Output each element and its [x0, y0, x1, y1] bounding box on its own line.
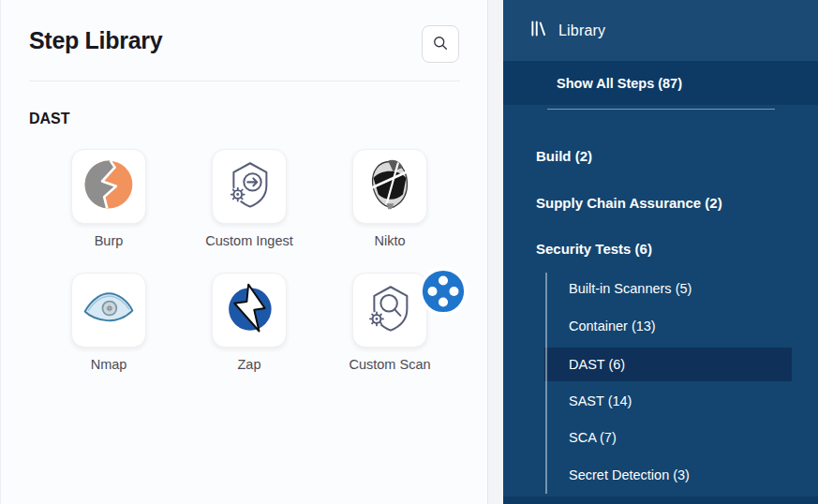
step-library-panel: Step Library DAST	[0, 0, 488, 504]
custom-scan-icon	[364, 282, 416, 338]
sidebar-title: Library	[558, 22, 605, 39]
sidebar-item-secret-detection[interactable]: Secret Detection (3)	[544, 458, 792, 492]
sidebar-bottom-strip	[503, 497, 818, 504]
search-icon	[431, 34, 450, 55]
custom-ingest-icon	[223, 158, 275, 215]
zap-icon	[223, 282, 275, 338]
sidebar-item-sca[interactable]: SCA (7)	[544, 421, 792, 454]
tool-card-nikto[interactable]: Nikto	[320, 149, 460, 248]
nmap-icon	[82, 282, 135, 338]
library-sidebar: Library Show All Steps (87) Build (2) Su…	[503, 0, 818, 504]
sidebar-item-container[interactable]: Container (13)	[544, 309, 792, 343]
sidebar-item-dast-selected[interactable]: DAST (6)	[544, 348, 792, 381]
tool-label: Custom Ingest	[205, 233, 293, 248]
tool-label: Zap	[238, 357, 261, 372]
tool-label: Nikto	[374, 233, 405, 248]
show-all-steps-label: Show All Steps (87)	[557, 76, 682, 91]
tool-card-custom-ingest[interactable]: Custom Ingest	[179, 149, 320, 248]
nikto-icon	[364, 158, 416, 215]
sidebar-item-supply-chain-assurance[interactable]: Supply Chain Assurance (2)	[536, 188, 722, 217]
sidebar-item-sast[interactable]: SAST (14)	[544, 384, 792, 418]
burp-icon	[82, 158, 135, 215]
tool-card-zap[interactable]: Zap	[179, 273, 320, 372]
page-title: Step Library	[29, 27, 162, 54]
sidebar-divider	[547, 109, 775, 110]
tool-grid: Burp	[38, 149, 462, 372]
subnav-tree-line	[545, 273, 547, 494]
tool-label: Nmap	[91, 357, 127, 372]
library-icon	[528, 19, 548, 42]
tool-label: Custom Scan	[349, 357, 430, 372]
header-divider	[29, 81, 460, 82]
tool-card-nmap[interactable]: Nmap	[38, 273, 179, 372]
show-all-steps-link[interactable]: Show All Steps (87)	[503, 61, 818, 105]
tool-card-burp[interactable]: Burp	[38, 149, 179, 248]
sidebar-item-build[interactable]: Build (2)	[536, 141, 592, 170]
sidebar-header: Library	[503, 0, 818, 61]
page: Step Library DAST	[0, 0, 818, 504]
move-badge-icon	[417, 265, 435, 283]
tool-card-custom-scan[interactable]: Custom Scan	[320, 273, 460, 372]
sidebar-item-security-tests[interactable]: Security Tests (6)	[536, 234, 652, 263]
search-button[interactable]	[422, 25, 459, 63]
sidebar-item-built-in-scanners[interactable]: Built-in Scanners (5)	[544, 272, 792, 305]
tool-label: Burp	[95, 233, 124, 248]
section-heading-dast: DAST	[29, 111, 70, 127]
